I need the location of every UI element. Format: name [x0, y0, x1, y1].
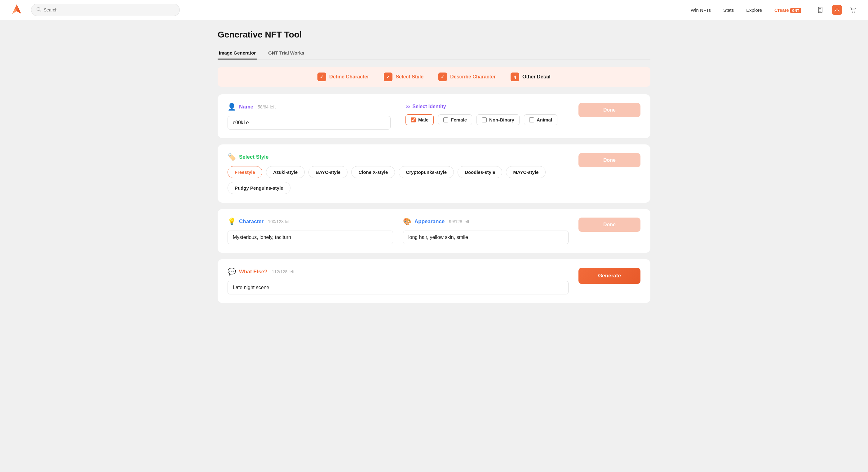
style-title: Select Style: [239, 154, 269, 160]
style-option-bayc[interactable]: BAYC-style: [308, 166, 347, 178]
what-else-title: What Else?: [239, 269, 268, 275]
user-icon[interactable]: [832, 5, 842, 15]
nav-links: Win NFTs Stats Explore CreateGNT: [691, 7, 801, 13]
appearance-icon: 🎨: [403, 218, 411, 226]
style-icon: 🏷️: [227, 153, 236, 161]
identity-icon: ∞: [405, 103, 410, 110]
name-identity-main: 👤 Name 58/64 left ∞ Select Identity: [227, 103, 568, 130]
name-section-header: 👤 Name 58/64 left: [227, 103, 391, 111]
what-else-side: Generate: [579, 268, 641, 284]
name-icon: 👤: [227, 103, 236, 111]
step-other-detail[interactable]: 4 Other Detail: [510, 72, 551, 81]
page-content: Generative NFT Tool Image Generator GNT …: [208, 20, 660, 319]
identity-column: ∞ Select Identity Male Female: [405, 103, 568, 125]
name-identity-row: 👤 Name 58/64 left ∞ Select Identity: [227, 103, 568, 130]
name-input[interactable]: [227, 116, 391, 130]
char-done-button[interactable]: Done: [579, 218, 641, 232]
step4-label: Other Detail: [522, 74, 551, 80]
step-select-style[interactable]: ✓ Select Style: [384, 72, 424, 81]
style-done-button[interactable]: Done: [579, 153, 641, 167]
header-icons: [816, 5, 858, 15]
tab-gnt-trial-works[interactable]: GNT Trial Works: [267, 47, 305, 60]
what-else-main: 💬 What Else? 112/128 left: [227, 268, 568, 294]
identity-option-male[interactable]: Male: [405, 114, 434, 125]
step2-check-icon: ✓: [384, 72, 393, 81]
nav-explore[interactable]: Explore: [746, 7, 762, 13]
style-section-main: 🏷️ Select Style Freestyle Azuki-style BA…: [227, 153, 568, 194]
logo[interactable]: [10, 2, 24, 18]
gnt-badge: GNT: [790, 8, 801, 13]
nav-create[interactable]: CreateGNT: [774, 7, 801, 13]
search-icon: [36, 7, 41, 13]
character-section-header: 💡 Character 100/128 left: [227, 218, 393, 226]
svg-line-5: [40, 10, 41, 11]
generate-button[interactable]: Generate: [579, 268, 641, 284]
page-title: Generative NFT Tool: [218, 30, 650, 40]
name-column: 👤 Name 58/64 left: [227, 103, 391, 130]
svg-point-11: [852, 12, 853, 13]
identity-checkbox-animal[interactable]: [529, 118, 534, 122]
appearance-input[interactable]: [403, 230, 568, 244]
identity-checkbox-male[interactable]: [411, 118, 416, 122]
identity-option-animal[interactable]: Animal: [524, 114, 557, 125]
appearance-title: Appearance: [414, 219, 444, 225]
name-done-button[interactable]: Done: [579, 103, 641, 117]
what-else-header: 💬 What Else? 112/128 left: [227, 268, 568, 276]
identity-title: Select Identity: [412, 104, 446, 109]
identity-checkbox-nonbinary[interactable]: [482, 118, 487, 122]
step2-label: Select Style: [396, 74, 424, 80]
style-section-header: 🏷️ Select Style: [227, 153, 568, 161]
identity-options: Male Female Non-Binary Animal: [405, 114, 568, 125]
step4-number-icon: 4: [510, 72, 519, 81]
header: Win NFTs Stats Explore CreateGNT: [0, 0, 868, 20]
name-section-side: Done: [579, 103, 641, 117]
character-char-count: 100/128 left: [268, 219, 290, 224]
document-icon[interactable]: [816, 5, 826, 15]
character-column: 💡 Character 100/128 left: [227, 218, 393, 244]
identity-option-female[interactable]: Female: [438, 114, 472, 125]
appearance-section-header: 🎨 Appearance 99/128 left: [403, 218, 568, 226]
step3-label: Describe Character: [450, 74, 496, 80]
style-options: Freestyle Azuki-style BAYC-style Clone X…: [227, 166, 568, 194]
style-option-freestyle[interactable]: Freestyle: [227, 166, 262, 178]
style-option-azuki[interactable]: Azuki-style: [266, 166, 305, 178]
name-title: Name: [239, 104, 253, 110]
tab-image-generator[interactable]: Image Generator: [218, 47, 257, 60]
step1-label: Define Character: [329, 74, 369, 80]
nav-win-nfts[interactable]: Win NFTs: [691, 7, 711, 13]
char-app-row: 💡 Character 100/128 left 🎨 Appearance 99…: [227, 218, 568, 244]
appearance-column: 🎨 Appearance 99/128 left: [403, 218, 568, 244]
style-section-side: Done: [579, 153, 641, 167]
steps-banner: ✓ Define Character ✓ Select Style ✓ Desc…: [218, 67, 650, 87]
what-else-char-count: 112/128 left: [272, 269, 294, 274]
style-option-cryptopunks[interactable]: Cryptopunks-style: [399, 166, 454, 178]
what-else-input[interactable]: [227, 281, 568, 294]
style-option-pudgy[interactable]: Pudgy Penguins-style: [227, 182, 290, 194]
step-define-character[interactable]: ✓ Define Character: [317, 72, 369, 81]
step1-check-icon: ✓: [317, 72, 326, 81]
tabs: Image Generator GNT Trial Works: [218, 47, 650, 60]
nav-stats[interactable]: Stats: [723, 7, 734, 13]
step3-check-icon: ✓: [438, 72, 447, 81]
style-option-clone-x[interactable]: Clone X-style: [351, 166, 395, 178]
character-icon: 💡: [227, 218, 236, 226]
char-appearance-main: 💡 Character 100/128 left 🎨 Appearance 99…: [227, 218, 568, 244]
style-option-mayc[interactable]: MAYC-style: [506, 166, 546, 178]
style-option-doodles[interactable]: Doodles-style: [458, 166, 502, 178]
appearance-char-count: 99/128 left: [449, 219, 469, 224]
identity-header: ∞ Select Identity: [405, 103, 568, 110]
char-section-side: Done: [579, 218, 641, 232]
step-describe-character[interactable]: ✓ Describe Character: [438, 72, 496, 81]
cart-icon[interactable]: [848, 5, 858, 15]
search-input[interactable]: [44, 7, 175, 12]
search-bar[interactable]: [31, 4, 180, 16]
what-else-icon: 💬: [227, 268, 236, 276]
character-input[interactable]: [227, 230, 393, 244]
name-identity-section: 👤 Name 58/64 left ∞ Select Identity: [218, 94, 650, 138]
identity-checkbox-female[interactable]: [443, 118, 448, 122]
character-title: Character: [239, 219, 264, 225]
style-section: 🏷️ Select Style Freestyle Azuki-style BA…: [218, 145, 650, 203]
identity-option-nonbinary[interactable]: Non-Binary: [476, 114, 520, 125]
char-appearance-section: 💡 Character 100/128 left 🎨 Appearance 99…: [218, 209, 650, 253]
name-char-count: 58/64 left: [258, 104, 276, 109]
